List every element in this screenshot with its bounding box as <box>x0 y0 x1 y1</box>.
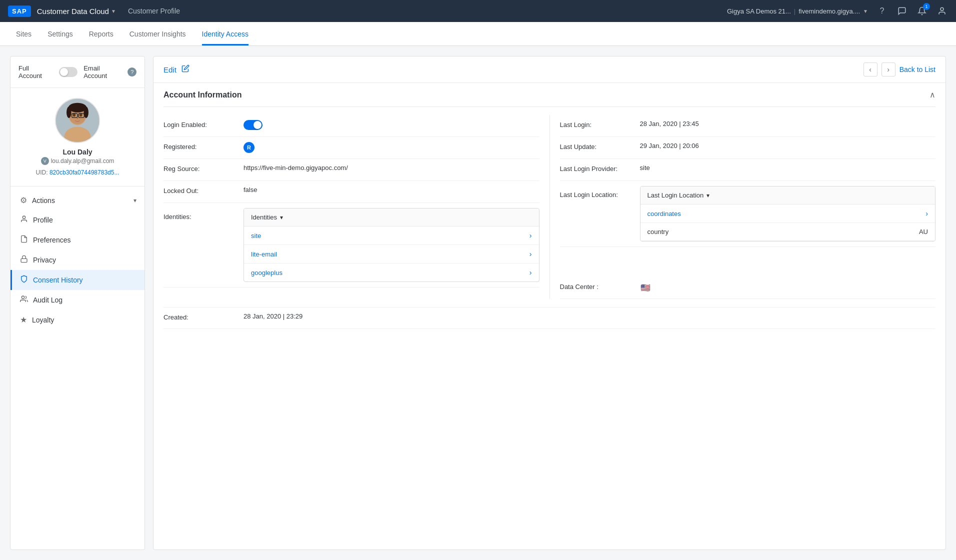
identity-site-chevron: › <box>530 232 532 240</box>
field-data-center: Data Center : 🇺🇸 <box>560 277 936 299</box>
sidebar-item-privacy[interactable]: Privacy <box>10 250 144 270</box>
data-center-value: 🇺🇸 <box>640 282 936 293</box>
sidebar-item-loyalty[interactable]: ★ Loyalty <box>10 310 144 330</box>
coordinates-chevron: › <box>926 210 928 218</box>
sidebar-account-toggle: Full Account Email Account ? <box>10 56 144 88</box>
loyalty-icon: ★ <box>20 315 27 324</box>
identities-value: Identities ▾ site › lite-email › <box>244 208 540 282</box>
created-label: Created: <box>164 312 244 321</box>
svg-point-13 <box>22 216 25 218</box>
tab-sites[interactable]: Sites <box>16 22 32 46</box>
location-row-country: country AU <box>640 223 936 241</box>
identity-lite-email-chevron: › <box>530 250 532 258</box>
sidebar-item-profile[interactable]: Profile <box>10 210 144 230</box>
section-col-right: Last Login: 28 Jan, 2020 | 23:45 Last Up… <box>560 115 936 299</box>
tab-settings[interactable]: Settings <box>48 22 73 46</box>
content-area: Edit ‹ › Back to List Account Informatio… <box>153 56 946 550</box>
country-label: country <box>648 228 669 236</box>
product-dropdown-arrow[interactable]: ▼ <box>111 8 116 14</box>
field-locked-out: Locked Out: false <box>164 181 540 203</box>
identity-row-site[interactable]: site › <box>244 226 539 245</box>
user-display-name: Lou Daly <box>62 148 92 156</box>
svg-point-0 <box>940 8 944 10</box>
consent-history-label: Consent History <box>33 276 83 284</box>
uid-label: UID: <box>36 169 48 176</box>
actions-expand-icon: ▾ <box>134 197 136 204</box>
uid-row: UID: 820cb30fa074498783d5... <box>36 169 120 176</box>
last-login-label: Last Login: <box>560 120 640 128</box>
identities-dropdown-header[interactable]: Identities ▾ <box>244 208 539 226</box>
account-type-toggle[interactable] <box>59 67 78 77</box>
top-nav-right: Gigya SA Demos 21... | fivemindemo.gigya… <box>727 5 948 17</box>
tab-identity-access[interactable]: Identity Access <box>202 22 248 46</box>
account-dropdown-arrow[interactable]: ▼ <box>863 8 868 14</box>
top-navigation: SAP Customer Data Cloud ▼ Customer Profi… <box>0 0 956 22</box>
edit-link[interactable]: Edit <box>164 66 176 74</box>
identity-row-googleplus[interactable]: googleplus › <box>244 264 539 282</box>
uid-value[interactable]: 820cb30fa074498783d5... <box>50 169 119 176</box>
last-update-label: Last Update: <box>560 142 640 150</box>
identity-site-label: site <box>251 232 261 240</box>
locked-out-label: Locked Out: <box>164 186 244 194</box>
section-col-left: Login Enabled: Registered: R Reg Source: <box>164 115 540 299</box>
sidebar-item-consent-history[interactable]: Consent History <box>10 270 144 290</box>
country-value: AU <box>919 228 928 236</box>
identities-label: Identities: <box>164 208 244 220</box>
product-name: Customer Data Cloud ▼ <box>37 7 116 16</box>
account-info-section-header: Account Information ∧ <box>164 83 936 107</box>
sidebar: Full Account Email Account ? <box>10 56 145 550</box>
audit-log-label: Audit Log <box>33 296 62 304</box>
sap-logo[interactable]: SAP <box>8 6 31 17</box>
field-identities: Identities: Identities ▾ site › <box>164 203 540 288</box>
user-avatar-icon[interactable] <box>936 5 948 17</box>
svg-rect-14 <box>21 258 27 262</box>
last-login-provider-value: site <box>640 164 936 172</box>
field-reg-source: Reg Source: https://five-min-demo.gigyap… <box>164 159 540 181</box>
identities-expand-icon: ▾ <box>280 214 283 221</box>
collapse-section-icon[interactable]: ∧ <box>930 90 936 100</box>
sidebar-item-audit-log[interactable]: Audit Log <box>10 290 144 310</box>
preferences-icon <box>20 235 28 245</box>
login-enabled-toggle[interactable] <box>244 120 262 130</box>
prev-arrow[interactable]: ‹ <box>864 62 878 76</box>
reg-source-label: Reg Source: <box>164 164 244 172</box>
identity-googleplus-chevron: › <box>530 268 532 276</box>
sidebar-item-actions[interactable]: ⚙ Actions ▾ <box>10 190 144 210</box>
user-email: lou.daly.alp@gmail.com <box>51 158 114 164</box>
account-help-icon[interactable]: ? <box>128 68 136 76</box>
email-account-label: Email Account <box>84 64 124 80</box>
location-box: Last Login Location ▾ coordinates › coun… <box>640 186 936 242</box>
tab-reports[interactable]: Reports <box>89 22 114 46</box>
content-header-right: ‹ › Back to List <box>864 62 936 76</box>
edit-pencil-icon[interactable] <box>182 64 190 74</box>
sidebar-item-preferences[interactable]: Preferences <box>10 230 144 250</box>
verified-icon: V <box>41 157 49 165</box>
back-to-list-link[interactable]: Back to List <box>900 66 936 74</box>
svg-point-15 <box>22 296 24 298</box>
location-row-coordinates[interactable]: coordinates › <box>640 204 936 223</box>
tab-customer-insights[interactable]: Customer Insights <box>130 22 186 46</box>
location-dropdown-header[interactable]: Last Login Location ▾ <box>640 186 936 204</box>
privacy-label: Privacy <box>33 256 56 264</box>
section-container: Account Information ∧ Login Enabled: Reg… <box>154 83 946 550</box>
location-expand-icon: ▾ <box>706 192 710 199</box>
last-login-provider-label: Last Login Provider: <box>560 164 640 172</box>
identity-row-lite-email[interactable]: lite-email › <box>244 245 539 264</box>
next-arrow[interactable]: › <box>882 62 896 76</box>
registered-badge: R <box>244 142 254 153</box>
field-last-login-location: Last Login Location: Last Login Location… <box>560 181 936 247</box>
svg-point-12 <box>84 106 88 118</box>
user-profile-section: Lou Daly V lou.daly.alp@gmail.com UID: 8… <box>10 88 144 186</box>
profile-label: Profile <box>33 216 53 224</box>
data-center-flag: 🇺🇸 <box>640 282 651 293</box>
identities-box: Identities ▾ site › lite-email › <box>244 208 540 282</box>
account-info: Gigya SA Demos 21... | fivemindemo.gigya… <box>727 8 868 15</box>
tab-bar: Sites Settings Reports Customer Insights… <box>0 22 956 46</box>
bell-icon[interactable]: 1 <box>916 5 928 17</box>
user-email-row: V lou.daly.alp@gmail.com <box>41 157 114 165</box>
bell-badge: 1 <box>923 3 930 10</box>
chat-icon[interactable] <box>896 5 908 17</box>
help-icon[interactable]: ? <box>876 5 888 17</box>
reg-source-value: https://five-min-demo.gigyapoc.com/ <box>244 164 540 172</box>
registered-label: Registered: <box>164 142 244 150</box>
